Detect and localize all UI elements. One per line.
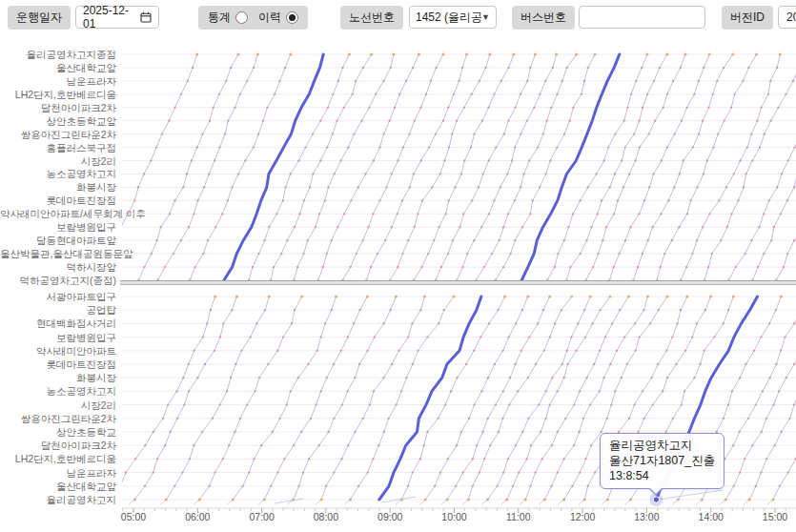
station-label: 덕하공영차고지(종점) <box>0 275 116 287</box>
bus-operation-diagram-app: 운행일자 2025-12-01 통계 이력 노선번호 1452 (율리공영차: … <box>0 0 796 532</box>
station-label: 덕하시장앞 <box>0 261 116 274</box>
x-tick-label: 12:00 <box>562 511 602 522</box>
tooltip-bus-id: 울산71자1807_진출 <box>609 453 715 468</box>
x-tick-label: 11:00 <box>499 511 539 522</box>
x-tick-label: 07:00 <box>242 511 282 522</box>
x-tick-label: 13:00 <box>626 511 666 522</box>
trip-line[interactable] <box>627 53 734 286</box>
trip-line[interactable] <box>243 53 351 286</box>
trip-line[interactable] <box>699 53 796 286</box>
station-label: 시장2리 <box>0 399 116 412</box>
route-select-value: 1452 (율리공영차: <box>416 10 481 26</box>
station-label: 서광아파트입구 <box>0 291 116 303</box>
x-tick-label: 06:00 <box>177 511 217 522</box>
mode-radio-group: 통계 이력 <box>198 6 308 30</box>
date-label: 운행일자 <box>8 6 71 30</box>
trip-line[interactable] <box>122 53 198 286</box>
tooltip: 율리공영차고지 울산71자1807_진출 13:8:54 <box>600 433 725 489</box>
station-label: 농소공영차고지 <box>0 168 116 180</box>
trip-line[interactable] <box>746 53 796 286</box>
trip-line[interactable] <box>265 53 373 286</box>
station-label: 쌍용아진그린타운2차 <box>0 129 116 141</box>
chevron-down-icon: ▼ <box>481 12 490 22</box>
station-label: 화봉시장 <box>0 181 116 194</box>
station-label: 보람병원입구 <box>0 221 116 234</box>
x-tick-label: 09:00 <box>370 511 410 522</box>
station-label: 상안초등학교 <box>0 426 116 439</box>
bus-label: 버스번호 <box>512 6 575 30</box>
diagram-chart: 율리공영차고지종점울산대학교앞남운프라자LH2단지,호반베르디움달천아이파크2차… <box>0 38 796 532</box>
station-label: 공업탑 <box>0 304 116 317</box>
station-label: 율리공영차고지종점 <box>0 49 116 61</box>
calendar-icon[interactable] <box>140 11 152 23</box>
stats-radio[interactable] <box>235 11 248 24</box>
station-label: 보람병원입구 <box>0 332 116 344</box>
station-label: 현대백화점사거리 <box>0 317 116 330</box>
date-input[interactable]: 2025-12-01 <box>75 6 159 29</box>
trip-line[interactable] <box>724 53 796 286</box>
station-label: 율리공영차고지 <box>0 494 116 506</box>
trip-line[interactable] <box>451 53 558 286</box>
tooltip-time: 13:8:54 <box>609 468 715 483</box>
station-label: 울산대학교앞 <box>0 62 116 74</box>
station-label: 홈플러스북구점 <box>0 142 116 154</box>
x-tick-label: 14:00 <box>691 511 731 522</box>
trip-line[interactable] <box>561 53 668 286</box>
station-label: 약사래미안아파트 <box>0 345 116 358</box>
station-label: 화봉시장 <box>0 372 116 384</box>
trip-line[interactable] <box>541 53 648 286</box>
trip-line[interactable] <box>430 53 537 286</box>
station-label: 남운프라자 <box>0 467 116 480</box>
date-value: 2025-12-01 <box>83 4 140 31</box>
stats-radio-label: 통계 <box>208 10 231 26</box>
station-label: 농소공영차고지 <box>0 385 116 398</box>
highlighted-trip-line[interactable] <box>224 54 323 280</box>
toolbar: 운행일자 2025-12-01 통계 이력 노선번호 1452 (율리공영차: … <box>0 0 796 34</box>
route-select[interactable]: 1452 (율리공영차: ▼ <box>409 6 497 29</box>
station-label: 롯데마트진장점 <box>0 358 116 371</box>
highlighted-trip-line[interactable] <box>521 54 620 280</box>
trip-line[interactable] <box>360 53 468 286</box>
trip-line[interactable] <box>133 53 239 286</box>
direction-divider <box>120 280 796 285</box>
history-radio-label: 이력 <box>258 10 281 26</box>
station-label: LH2단지,호반베르디움 <box>0 89 116 101</box>
station-label: 달천아이파크2차 <box>0 440 116 452</box>
x-tick-label: 05:00 <box>113 511 153 522</box>
version-input[interactable] <box>778 6 796 29</box>
trip-line[interactable] <box>384 53 491 286</box>
trip-line[interactable] <box>651 53 758 286</box>
station-label: 약사래미안아파트/세무회계 이후 <box>0 208 116 220</box>
version-label: 버전ID <box>722 6 773 30</box>
station-label: 달동현대아파트앞 <box>0 235 116 247</box>
station-label: LH2단지,호반베르디움 <box>0 453 116 465</box>
x-tick-label: 10:00 <box>435 511 475 522</box>
station-label: 울산대학교앞 <box>0 481 116 493</box>
history-radio[interactable] <box>286 11 298 24</box>
station-label: 롯데마트진장점 <box>0 194 116 207</box>
tooltip-station: 율리공영차고지 <box>609 438 715 453</box>
station-label: 시장2리 <box>0 155 116 168</box>
station-label: 쌍용아진그린타운2차 <box>0 413 116 425</box>
bus-number-input[interactable] <box>579 6 705 29</box>
x-tick-label: 08:00 <box>306 511 346 522</box>
trip-line[interactable] <box>603 53 710 286</box>
x-tick-label: 15:00 <box>755 511 795 522</box>
trip-line[interactable] <box>770 53 796 286</box>
trip-line[interactable] <box>153 53 259 286</box>
station-label: 상안초등학교앞 <box>0 115 116 128</box>
route-label: 노선번호 <box>340 6 403 30</box>
station-label: 달천아이파크2차 <box>0 102 116 114</box>
station-label: 남운프라자 <box>0 75 116 88</box>
trip-line[interactable] <box>337 53 444 286</box>
station-label: 울산박물관,울산대공원동문앞 <box>0 248 116 260</box>
trip-line[interactable] <box>408 53 515 286</box>
